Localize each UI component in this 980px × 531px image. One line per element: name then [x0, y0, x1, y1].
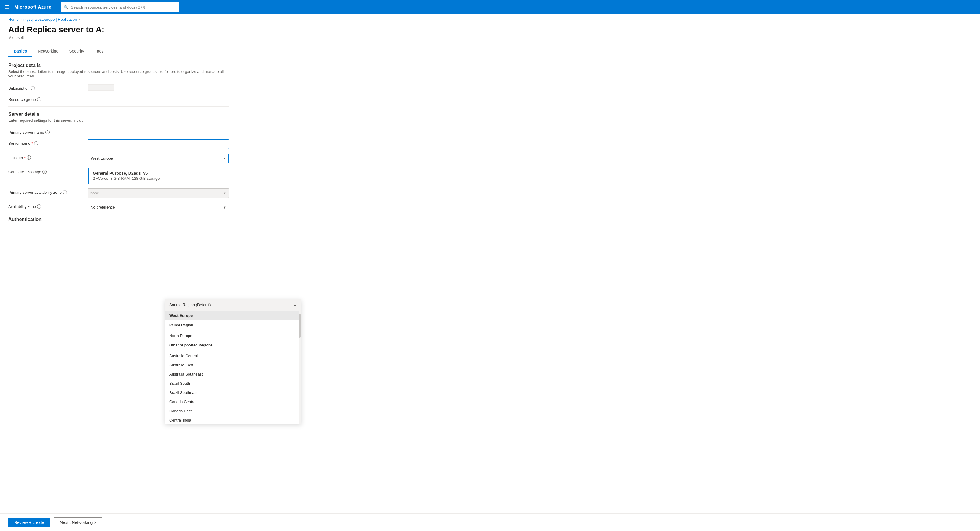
top-nav: ☰ Microsoft Azure 🔍: [0, 0, 980, 14]
compute-title: General Purpose, D2ads_v5: [93, 171, 225, 175]
divider-1: [8, 107, 229, 107]
dropdown-item-australia-southeast[interactable]: Australia Southeast: [165, 370, 301, 379]
location-row: Location * i West Europe ▼ Source Region…: [8, 154, 229, 163]
dropdown-divider-2: [165, 350, 301, 350]
location-info-icon[interactable]: i: [27, 155, 31, 159]
availability-zone-select-container: No preference ▼: [88, 203, 229, 212]
dropdown-header: Source Region (Default) ... ▲: [165, 299, 301, 311]
dropdown-item-brazil-south[interactable]: Brazil South: [165, 379, 301, 388]
breadcrumb-replication[interactable]: mysqlrwesteurope | Replication: [24, 17, 77, 22]
brand-logo: Microsoft Azure: [14, 5, 51, 10]
location-selected-value: West Europe: [91, 156, 223, 161]
availability-zone-label: Availability zone i: [8, 203, 85, 209]
dropdown-item-central-india[interactable]: Central India: [165, 416, 301, 424]
primary-server-name-label: Primary server name i: [8, 128, 85, 135]
dropdown-item-canada-central[interactable]: Canada Central: [165, 397, 301, 407]
availability-zone-value: No preference: [91, 205, 223, 209]
breadcrumb-sep-2: ›: [79, 17, 80, 22]
server-details-title: Server details: [8, 112, 229, 117]
primary-server-name-row: Primary server name i: [8, 128, 229, 135]
server-details-desc: Enter required settings for this server,…: [8, 118, 229, 123]
dropdown-item-north-europe[interactable]: North Europe: [165, 331, 301, 340]
subscription-label: Subscription i: [8, 84, 85, 91]
dropdown-group-paired: Paired Region: [165, 320, 301, 328]
bottom-spacer: [8, 223, 229, 247]
next-networking-button[interactable]: Next : Networking >: [54, 517, 103, 528]
availability-zone-chevron-icon: ▼: [223, 206, 226, 209]
primary-az-dropdown: none ▼: [88, 188, 229, 198]
resource-group-row: Resource group i: [8, 96, 229, 102]
dropdown-item-australia-east[interactable]: Australia East: [165, 360, 301, 370]
server-name-row: Server name * i: [8, 139, 229, 149]
breadcrumb: Home › mysqlrwesteurope | Replication ›: [0, 14, 980, 25]
server-name-required: *: [32, 141, 33, 146]
availability-zone-row: Availability zone i No preference ▼: [8, 203, 229, 212]
dropdown-item-brazil-southeast[interactable]: Brazil Southeast: [165, 388, 301, 397]
breadcrumb-sep-1: ›: [21, 17, 22, 22]
compute-storage-label: Compute + storage i: [8, 168, 85, 174]
project-details-desc: Select the subscription to manage deploy…: [8, 69, 229, 78]
server-name-info-icon[interactable]: i: [34, 141, 38, 145]
page-title-section: Add Replica server to A: Microsoft: [0, 25, 980, 42]
compute-desc: 2 vCores, 8 GiB RAM, 128 GiB storage: [93, 176, 225, 181]
page-subtitle: Microsoft: [8, 35, 972, 40]
hamburger-icon[interactable]: ☰: [5, 4, 10, 10]
review-create-button[interactable]: Review + create: [8, 518, 50, 527]
dropdown-item-canada-east[interactable]: Canada East: [165, 407, 301, 416]
compute-box: General Purpose, D2ads_v5 2 vCores, 8 Gi…: [88, 168, 229, 183]
primary-az-label: Primary server availability zone i: [8, 188, 85, 195]
main-content: Project details Select the subscription …: [0, 57, 237, 253]
dropdown-item-australia-central[interactable]: Australia Central: [165, 351, 301, 360]
page-title: Add Replica server to A:: [8, 25, 972, 35]
tab-basics[interactable]: Basics: [8, 46, 32, 57]
subscription-row: Subscription i: [8, 84, 229, 91]
location-dropdown: Source Region (Default) ... ▲ West Europ…: [165, 299, 301, 424]
availability-zone-dropdown[interactable]: No preference ▼: [88, 203, 229, 212]
availability-zone-info-icon[interactable]: i: [37, 204, 41, 209]
bottom-bar: Review + create Next : Networking >: [0, 513, 980, 531]
primary-az-row: Primary server availability zone i none …: [8, 188, 229, 198]
resource-group-info-icon[interactable]: i: [37, 97, 41, 102]
primary-az-select-container: none ▼: [88, 188, 229, 198]
dropdown-header-title: Source Region (Default): [169, 303, 210, 307]
primary-az-info-icon[interactable]: i: [63, 190, 67, 194]
location-dropdown-trigger[interactable]: West Europe ▼: [88, 154, 229, 163]
search-input[interactable]: [71, 5, 177, 10]
compute-storage-info-icon[interactable]: i: [42, 170, 46, 174]
server-name-input-container: [88, 139, 229, 149]
tabs: Basics Networking Security Tags: [0, 46, 980, 57]
dropdown-scrollarea[interactable]: West Europe Paired Region North Europe O…: [165, 311, 301, 424]
location-required: *: [24, 155, 25, 160]
location-label: Location * i: [8, 154, 85, 160]
location-select-container: West Europe ▼ Source Region (Default) ..…: [88, 154, 229, 163]
tab-tags[interactable]: Tags: [89, 46, 109, 57]
server-name-input[interactable]: [88, 139, 229, 149]
compute-storage-value: General Purpose, D2ads_v5 2 vCores, 8 Gi…: [88, 168, 229, 183]
dropdown-scrollbar-thumb[interactable]: [299, 314, 301, 338]
primary-az-value: none: [91, 191, 223, 195]
dropdown-more-icon[interactable]: ...: [249, 302, 253, 308]
compute-storage-row: Compute + storage i General Purpose, D2a…: [8, 168, 229, 183]
server-name-label: Server name * i: [8, 139, 85, 146]
project-details-title: Project details: [8, 63, 229, 68]
location-chevron-icon: ▼: [223, 156, 226, 160]
dropdown-scrollbar-track: [299, 311, 301, 424]
authentication-title: Authentication: [8, 217, 229, 222]
primary-server-name-info-icon[interactable]: i: [45, 130, 49, 134]
subscription-info-icon[interactable]: i: [31, 86, 35, 90]
dropdown-scrollbar-up-icon[interactable]: ▲: [293, 303, 297, 307]
subscription-value: [88, 84, 229, 91]
primary-az-chevron-icon: ▼: [223, 191, 226, 195]
breadcrumb-home[interactable]: Home: [8, 17, 19, 22]
search-bar: 🔍: [61, 2, 180, 12]
tab-networking[interactable]: Networking: [32, 46, 64, 57]
search-icon: 🔍: [64, 5, 68, 10]
dropdown-item-west-europe[interactable]: West Europe: [165, 311, 301, 320]
dropdown-group-other: Other Supported Regions: [165, 340, 301, 349]
resource-group-label: Resource group i: [8, 96, 85, 102]
dropdown-divider-1: [165, 330, 301, 330]
tab-security[interactable]: Security: [64, 46, 89, 57]
